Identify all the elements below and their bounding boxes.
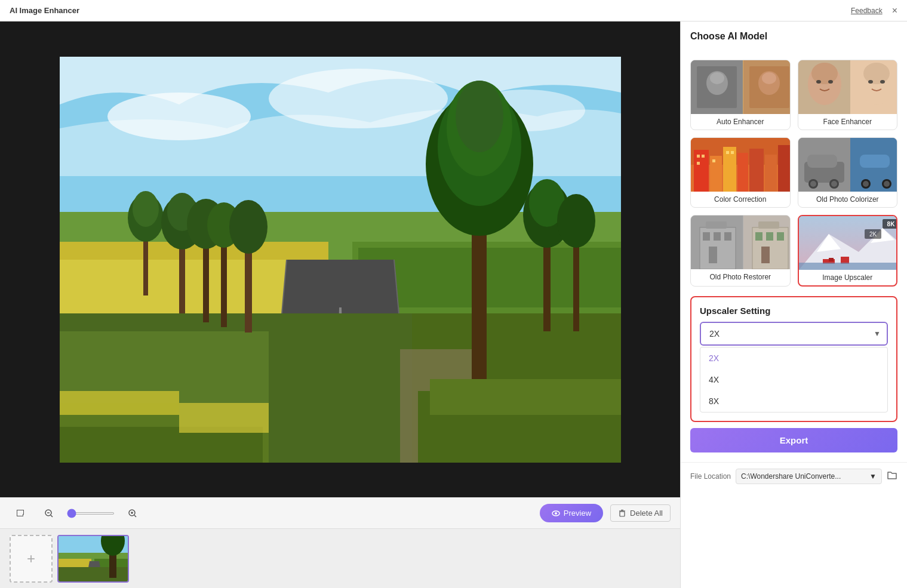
feedback-link[interactable]: Feedback bbox=[851, 7, 883, 15]
thumbnail-svg bbox=[59, 536, 129, 583]
color-correction-thumb bbox=[691, 138, 790, 192]
model-grid: Auto Enhancer bbox=[681, 60, 907, 296]
svg-rect-42 bbox=[60, 391, 179, 415]
svg-rect-86 bbox=[694, 150, 709, 192]
road-scene bbox=[60, 57, 621, 463]
svg-rect-91 bbox=[765, 155, 777, 192]
zoom-out-button[interactable] bbox=[38, 505, 60, 522]
svg-point-20 bbox=[133, 191, 159, 227]
auto-enhancer-thumb bbox=[691, 60, 790, 114]
svg-rect-92 bbox=[778, 145, 790, 192]
auto-enhancer-svg bbox=[691, 60, 790, 114]
auto-enhancer-label: Auto Enhancer bbox=[691, 114, 790, 130]
crop-tool-button[interactable] bbox=[10, 505, 31, 522]
svg-point-83 bbox=[880, 80, 885, 84]
model-card-auto-enhancer[interactable]: Auto Enhancer bbox=[690, 60, 791, 130]
svg-rect-126 bbox=[777, 232, 784, 241]
thumbnail-item[interactable] bbox=[57, 535, 129, 583]
delete-all-button[interactable]: Delete All bbox=[610, 504, 671, 522]
svg-rect-127 bbox=[761, 247, 770, 263]
path-dropdown-arrow[interactable]: ▼ bbox=[869, 472, 877, 481]
folder-icon bbox=[887, 470, 897, 481]
zoom-slider[interactable] bbox=[67, 512, 115, 515]
dropdown-option-8x[interactable]: 8X bbox=[700, 390, 887, 412]
svg-rect-90 bbox=[749, 149, 764, 192]
svg-line-52 bbox=[134, 515, 136, 517]
app-title: AI Image Enhancer bbox=[10, 6, 79, 15]
model-card-image-upscaler[interactable]: 8K 2K Image Upscaler bbox=[798, 215, 898, 287]
svg-rect-119 bbox=[724, 232, 731, 241]
face-enhancer-thumb bbox=[798, 60, 897, 114]
svg-rect-96 bbox=[712, 159, 715, 162]
svg-rect-60 bbox=[59, 559, 91, 568]
svg-rect-97 bbox=[726, 151, 729, 154]
file-location-row: File Location C:\Wondershare UniConverte… bbox=[681, 462, 907, 490]
zoom-in-button[interactable] bbox=[122, 505, 143, 522]
color-correction-svg bbox=[691, 138, 790, 192]
upscaler-section-title: Upscaler Setting bbox=[700, 306, 888, 316]
svg-text:2K: 2K bbox=[869, 231, 877, 238]
thumbnail-strip: + bbox=[0, 528, 680, 588]
export-button[interactable]: Export bbox=[690, 428, 897, 452]
svg-point-70 bbox=[710, 72, 724, 84]
dropdown-options-list: 2X 4X 8X bbox=[700, 347, 888, 412]
model-card-old-photo-colorizer[interactable]: Old Photo Colorizer bbox=[798, 137, 898, 208]
svg-rect-87 bbox=[710, 156, 722, 192]
upscaler-dropdown[interactable]: 2X 4X 8X bbox=[700, 322, 888, 346]
folder-browse-button[interactable] bbox=[887, 470, 897, 483]
right-panel: Choose AI Model A bbox=[680, 21, 907, 588]
svg-rect-55 bbox=[620, 512, 625, 516]
svg-point-2 bbox=[269, 69, 448, 128]
eye-icon bbox=[552, 509, 560, 518]
zoom-out-icon bbox=[44, 509, 54, 518]
model-card-face-enhancer[interactable]: Face Enhancer bbox=[798, 60, 898, 130]
svg-rect-63 bbox=[59, 567, 129, 583]
old-photo-restorer-svg bbox=[691, 216, 790, 269]
dropdown-option-4x[interactable]: 4X bbox=[700, 369, 887, 390]
svg-point-106 bbox=[831, 181, 837, 187]
old-photo-restorer-label: Old Photo Restorer bbox=[691, 269, 790, 285]
file-path-text: C:\Wondershare UniConverte... bbox=[741, 472, 841, 481]
svg-rect-43 bbox=[179, 403, 269, 433]
svg-point-29 bbox=[229, 200, 268, 254]
svg-rect-94 bbox=[702, 155, 705, 158]
crop-icon bbox=[16, 509, 25, 518]
svg-rect-93 bbox=[697, 155, 700, 158]
model-card-color-correction[interactable]: Color Correction bbox=[690, 137, 791, 208]
svg-rect-128 bbox=[758, 221, 779, 229]
dropdown-option-2x[interactable]: 2X bbox=[700, 347, 887, 369]
svg-rect-121 bbox=[706, 221, 727, 229]
svg-point-78 bbox=[816, 80, 821, 84]
upscaler-section: Upscaler Setting 2X 4X 8X ▼ 2X 4X 8X bbox=[690, 296, 897, 422]
face-enhancer-svg bbox=[798, 60, 897, 114]
svg-line-48 bbox=[51, 515, 53, 517]
model-card-old-photo-restorer[interactable]: Old Photo Restorer bbox=[690, 215, 791, 287]
section-title: Choose AI Model bbox=[690, 31, 897, 42]
svg-point-73 bbox=[762, 72, 776, 84]
svg-rect-117 bbox=[703, 232, 710, 241]
trash-icon bbox=[618, 509, 626, 518]
svg-point-81 bbox=[863, 63, 890, 84]
image-viewport bbox=[0, 21, 680, 497]
svg-rect-95 bbox=[697, 162, 700, 165]
svg-point-54 bbox=[555, 512, 557, 515]
canvas-area: Preview Delete All + bbox=[0, 21, 680, 588]
add-image-button[interactable]: + bbox=[10, 535, 53, 583]
image-upscaler-svg: 8K 2K bbox=[799, 216, 897, 270]
svg-rect-125 bbox=[766, 232, 773, 241]
svg-point-39 bbox=[557, 194, 595, 248]
preview-button[interactable]: Preview bbox=[540, 504, 603, 522]
file-location-path: C:\Wondershare UniConverte... ▼ bbox=[736, 469, 882, 484]
image-upscaler-label: Image Upscaler bbox=[799, 270, 897, 285]
old-photo-colorizer-svg bbox=[798, 138, 897, 192]
svg-rect-45 bbox=[430, 379, 621, 415]
svg-rect-136 bbox=[799, 263, 897, 270]
image-toolbar: Preview Delete All bbox=[0, 497, 680, 528]
face-enhancer-label: Face Enhancer bbox=[798, 114, 897, 130]
close-button[interactable]: × bbox=[892, 6, 897, 16]
svg-text:8K: 8K bbox=[887, 221, 895, 227]
svg-rect-102 bbox=[807, 155, 837, 168]
svg-rect-135 bbox=[829, 258, 834, 261]
old-photo-restorer-thumb bbox=[691, 216, 790, 269]
svg-point-34 bbox=[456, 81, 503, 152]
